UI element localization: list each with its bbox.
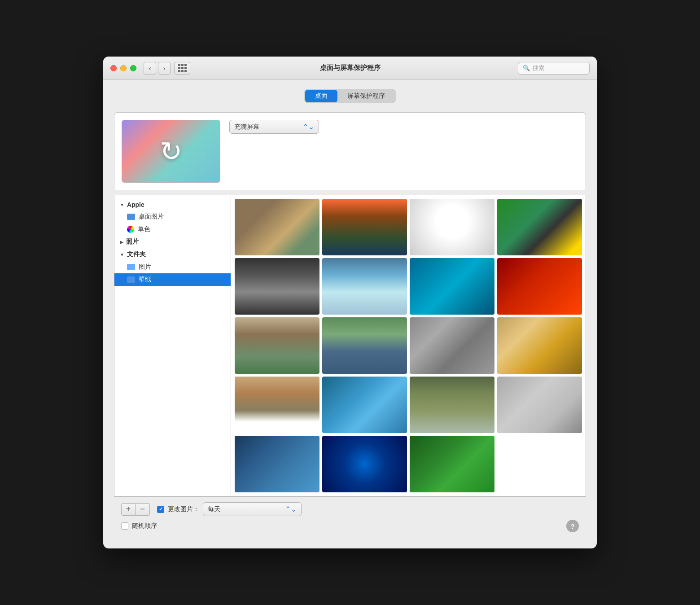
thumbnail-2[interactable] bbox=[322, 199, 407, 255]
frequency-arrow-icon: ⌃⌄ bbox=[285, 505, 297, 513]
sidebar-group-folders[interactable]: ▼ 文件夹 bbox=[114, 248, 231, 261]
thumbnail-9[interactable] bbox=[235, 317, 319, 374]
thumbnail-16[interactable] bbox=[497, 377, 582, 433]
thumbnail-14[interactable] bbox=[322, 377, 407, 433]
triangle-icon: ▼ bbox=[120, 202, 124, 207]
thumbnail-6[interactable] bbox=[322, 258, 407, 315]
thumbnail-5[interactable] bbox=[235, 258, 319, 315]
tabs-container: 桌面 屏幕保护程序 bbox=[304, 89, 396, 103]
traffic-lights bbox=[110, 65, 136, 71]
triangle-icon-photos: ▶ bbox=[120, 240, 123, 245]
back-button[interactable]: ‹ bbox=[144, 62, 156, 75]
sidebar-group-photos[interactable]: ▶ 照片 bbox=[114, 236, 231, 248]
pictures-label: 图片 bbox=[139, 263, 151, 271]
nav-buttons: ‹ › bbox=[144, 62, 171, 75]
thumbnail-15[interactable] bbox=[410, 377, 494, 433]
fit-dropdown[interactable]: 充满屏幕 ⌃⌄ bbox=[229, 120, 319, 134]
sidebar-item-wallpaper[interactable]: 壁纸 bbox=[114, 273, 231, 286]
thumbnail-18[interactable] bbox=[322, 436, 407, 492]
desktop-pictures-label: 桌面图片 bbox=[139, 213, 164, 221]
wallpaper-preview: ↻ bbox=[122, 120, 220, 183]
content-area: 桌面 屏幕保护程序 ↻ 充满屏幕 ⌃⌄ ▼ Apple bbox=[103, 80, 597, 548]
middle-panel: ▼ Apple 桌面图片 单色 ▶ 照片 ▼ 文件夹 bbox=[114, 195, 586, 496]
random-row: 随机顺序 ? bbox=[121, 520, 579, 532]
sidebar-item-pictures[interactable]: 图片 bbox=[114, 261, 231, 273]
main-window: ‹ › 桌面与屏幕保护程序 🔍 搜索 桌面 屏幕保护程序 bbox=[103, 57, 597, 548]
search-placeholder: 搜索 bbox=[533, 64, 544, 72]
thumbnail-10[interactable] bbox=[322, 317, 407, 374]
sidebar-group-apple[interactable]: ▼ Apple bbox=[114, 199, 231, 210]
pictures-folder-icon bbox=[127, 264, 135, 270]
folders-group-label: 文件夹 bbox=[127, 250, 146, 259]
search-icon: 🔍 bbox=[523, 65, 530, 71]
remove-button[interactable]: − bbox=[136, 503, 150, 516]
change-row: 更改图片： 每天 ⌃⌄ bbox=[157, 502, 302, 516]
sidebar-group-apple-label: Apple bbox=[127, 201, 144, 208]
folder-blue-icon bbox=[127, 214, 135, 220]
tab-desktop[interactable]: 桌面 bbox=[305, 90, 337, 102]
window-title: 桌面与屏幕保护程序 bbox=[320, 64, 381, 72]
sidebar-item-solid-colors[interactable]: 单色 bbox=[114, 223, 231, 236]
top-section: ↻ 充满屏幕 ⌃⌄ bbox=[114, 112, 586, 190]
thumbnail-11[interactable] bbox=[410, 317, 494, 374]
fit-label: 充满屏幕 bbox=[234, 123, 259, 131]
change-label: 更改图片： bbox=[168, 505, 199, 513]
solid-colors-label: 单色 bbox=[138, 225, 150, 233]
maximize-button[interactable] bbox=[130, 65, 136, 71]
preview-icon: ↻ bbox=[160, 136, 182, 167]
change-checkbox[interactable] bbox=[157, 506, 164, 513]
grid-button[interactable] bbox=[174, 62, 190, 75]
thumbnail-13[interactable] bbox=[235, 377, 319, 433]
tab-bar: 桌面 屏幕保护程序 bbox=[114, 89, 586, 103]
bottom-row-1: + − 更改图片： 每天 ⌃⌄ bbox=[121, 502, 579, 516]
add-button[interactable]: + bbox=[121, 503, 136, 516]
sidebar-item-desktop-pictures[interactable]: 桌面图片 bbox=[114, 210, 231, 223]
image-grid bbox=[235, 199, 582, 492]
thumbnail-17[interactable] bbox=[235, 436, 319, 492]
bottom-section: + − 更改图片： 每天 ⌃⌄ 随机顺序 ? bbox=[114, 496, 586, 538]
thumbnail-4[interactable] bbox=[497, 199, 582, 255]
thumbnail-12[interactable] bbox=[497, 317, 582, 374]
forward-button[interactable]: › bbox=[158, 62, 171, 75]
wallpaper-label: 壁纸 bbox=[139, 276, 151, 284]
triangle-icon-folders: ▼ bbox=[120, 252, 124, 257]
thumbnail-7[interactable] bbox=[410, 258, 494, 315]
help-button[interactable]: ? bbox=[566, 520, 579, 532]
thumbnail-3[interactable] bbox=[410, 199, 494, 255]
close-button[interactable] bbox=[110, 65, 117, 71]
sidebar: ▼ Apple 桌面图片 单色 ▶ 照片 ▼ 文件夹 bbox=[114, 195, 231, 496]
wallpaper-folder-icon bbox=[127, 276, 135, 283]
titlebar: ‹ › 桌面与屏幕保护程序 🔍 搜索 bbox=[103, 57, 597, 80]
tab-screensaver[interactable]: 屏幕保护程序 bbox=[337, 90, 395, 102]
image-grid-area bbox=[231, 195, 586, 496]
add-remove-buttons: + − bbox=[121, 503, 150, 516]
fit-arrow-icon: ⌃⌄ bbox=[302, 123, 314, 131]
search-box[interactable]: 🔍 搜索 bbox=[518, 62, 590, 75]
change-frequency-dropdown[interactable]: 每天 ⌃⌄ bbox=[203, 502, 302, 516]
random-label: 随机顺序 bbox=[132, 522, 157, 530]
frequency-label: 每天 bbox=[208, 505, 220, 513]
minimize-button[interactable] bbox=[120, 65, 127, 71]
color-wheel-icon bbox=[127, 226, 134, 233]
random-checkbox[interactable] bbox=[121, 522, 128, 530]
fit-section: 充满屏幕 ⌃⌄ bbox=[229, 120, 319, 134]
thumbnail-1[interactable] bbox=[235, 199, 319, 255]
thumbnail-8[interactable] bbox=[497, 258, 582, 315]
photos-group-label: 照片 bbox=[126, 238, 139, 246]
thumbnail-19[interactable] bbox=[410, 436, 494, 492]
